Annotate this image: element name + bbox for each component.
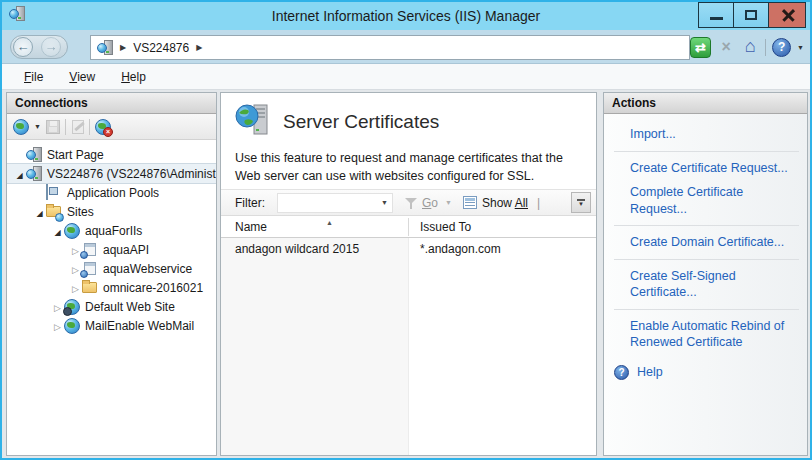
filter-label: Filter: (235, 196, 277, 210)
separator (89, 119, 90, 135)
column-header-name[interactable]: Name (235, 220, 267, 234)
show-all-button[interactable]: Show All (482, 196, 528, 210)
breadcrumb[interactable]: VS224876 (90, 35, 690, 60)
website-globe-icon (64, 318, 80, 334)
expander-icon[interactable] (13, 167, 26, 181)
tree-item-label: aquaAPI (103, 243, 149, 257)
tree-item-aquaapi[interactable]: aquaAPI (7, 240, 216, 259)
tree-item-label: VS224876 (VS224876\Administ (47, 167, 216, 181)
tree-item-server[interactable]: VS224876 (VS224876\Administ (7, 164, 216, 183)
action-create-self-signed-certificate[interactable]: Create Self-Signed Certificate... (614, 264, 799, 305)
action-enable-automatic-rebind[interactable]: Enable Automatic Rebind of Renewed Certi… (614, 314, 799, 355)
tree-item-label: Default Web Site (85, 300, 175, 314)
website-stopped-globe-icon (64, 299, 80, 315)
connections-panel: Connections Start Page (6, 92, 217, 456)
minimize-icon (710, 17, 723, 20)
tree-item-label: omnicare-2016021 (103, 281, 203, 295)
expander-icon[interactable] (69, 281, 82, 295)
close-button[interactable] (768, 2, 806, 28)
tree-item-start-page[interactable]: Start Page (7, 145, 216, 164)
menu-file[interactable]: File (24, 70, 43, 84)
feature-title: Server Certificates (283, 111, 439, 133)
help-icon (614, 365, 629, 380)
cell-name: andagon wildcard 2015 (235, 242, 359, 256)
action-create-certificate-request[interactable]: Create Certificate Request... (614, 156, 799, 181)
cell-issued-to: *.andagon.com (420, 242, 501, 256)
actions-panel: Actions Import... Create Certificate Req… (603, 92, 808, 456)
go-dropdown-icon (445, 199, 452, 206)
back-button[interactable] (13, 37, 33, 57)
forward-button[interactable] (41, 37, 61, 57)
expander-icon[interactable] (33, 205, 46, 219)
title-bar[interactable]: Internet Information Services (IIS) Mana… (2, 2, 810, 30)
tree-item-application-pools[interactable]: Application Pools (7, 183, 216, 202)
create-connection-icon[interactable] (13, 119, 29, 135)
filter-funnel-icon (405, 197, 417, 209)
save-connections-icon (46, 120, 60, 134)
separator (65, 119, 66, 135)
application-icon (82, 242, 98, 258)
actions-header: Actions (604, 93, 807, 114)
sorted-column-shade (221, 238, 408, 455)
expander-icon[interactable] (51, 224, 64, 238)
action-help[interactable]: Help (614, 361, 799, 380)
action-complete-certificate-request[interactable]: Complete Certificate Request... (614, 180, 799, 221)
connections-toolbar (7, 114, 216, 140)
column-header-issued-to[interactable]: Issued To (420, 220, 471, 234)
tree-item-label: Application Pools (67, 186, 159, 200)
maximize-icon (745, 10, 757, 20)
menu-view[interactable]: View (69, 70, 95, 84)
help-label: Help (637, 365, 663, 379)
action-create-domain-certificate[interactable]: Create Domain Certificate... (614, 230, 799, 255)
restart-icon[interactable] (690, 37, 711, 58)
table-row[interactable]: andagon wildcard 2015 *.andagon.com (221, 238, 596, 259)
separator (614, 225, 799, 226)
breadcrumb-arrow-icon[interactable] (196, 43, 202, 52)
breadcrumb-arrow-icon[interactable] (120, 43, 126, 52)
disconnect-icon[interactable] (95, 119, 111, 135)
help-icon[interactable] (772, 38, 791, 57)
tree-item-aquaforiis[interactable]: aquaForIIs (7, 221, 216, 240)
separator (614, 309, 799, 310)
iis-start-page-icon (26, 147, 42, 163)
website-globe-icon (64, 223, 80, 239)
minimize-button[interactable] (698, 2, 734, 28)
feature-view-panel: Server Certificates Use this feature to … (220, 92, 597, 456)
tree-item-label: Start Page (47, 148, 104, 162)
tree-item-aquawebservice[interactable]: aquaWebservice (7, 259, 216, 278)
menu-help[interactable]: Help (121, 70, 146, 84)
help-dropdown-icon[interactable] (797, 44, 804, 51)
action-import[interactable]: Import... (614, 122, 799, 147)
tree-item-mailenable-webmail[interactable]: MailEnable WebMail (7, 316, 216, 335)
window-controls (699, 2, 806, 28)
separator (614, 151, 799, 152)
filter-toolbar: Filter: Go Show All | (221, 189, 596, 216)
edit-connection-icon (72, 120, 84, 134)
group-by-button[interactable] (571, 192, 591, 213)
maximize-button[interactable] (733, 2, 769, 28)
tree-item-label: Sites (67, 205, 94, 219)
tree-item-label: aquaWebservice (103, 262, 192, 276)
tree-item-sites[interactable]: Sites (7, 202, 216, 221)
filter-input[interactable] (277, 193, 393, 213)
tree-item-label: MailEnable WebMail (85, 319, 194, 333)
create-connection-dropdown-icon[interactable] (34, 123, 41, 130)
separator (765, 39, 766, 56)
server-icon (97, 40, 113, 56)
breadcrumb-server[interactable]: VS224876 (133, 41, 189, 55)
show-all-icon[interactable] (463, 196, 477, 209)
sort-ascending-icon (326, 219, 333, 226)
column-divider[interactable] (408, 218, 409, 236)
folder-icon (82, 280, 98, 296)
tree-item-default-web-site[interactable]: Default Web Site (7, 297, 216, 316)
menu-bar: File View Help (2, 64, 810, 90)
certificates-table-header: Name Issued To (221, 217, 596, 238)
expander-icon[interactable] (51, 319, 64, 333)
column-divider (408, 238, 409, 455)
tree-item-label: aquaForIIs (85, 224, 142, 238)
go-button: Go (422, 196, 438, 210)
application-icon (82, 261, 98, 277)
feature-description: Use this feature to request and manage c… (235, 149, 587, 185)
tree-item-omnicare-folder[interactable]: omnicare-2016021 (7, 278, 216, 297)
home-icon[interactable] (741, 38, 759, 56)
